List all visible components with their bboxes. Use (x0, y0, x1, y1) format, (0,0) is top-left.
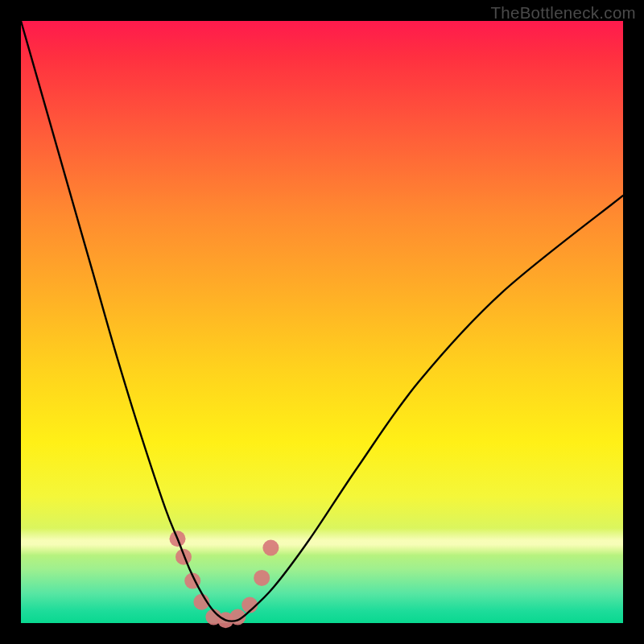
plot-area (21, 21, 623, 623)
chart-frame: TheBottleneck.com (0, 0, 644, 644)
bottleneck-curve (21, 21, 623, 621)
watermark-text: TheBottleneck.com (490, 3, 636, 23)
data-marker (262, 540, 279, 556)
chart-svg (21, 21, 623, 623)
marker-group (170, 530, 279, 628)
data-marker (254, 570, 270, 586)
